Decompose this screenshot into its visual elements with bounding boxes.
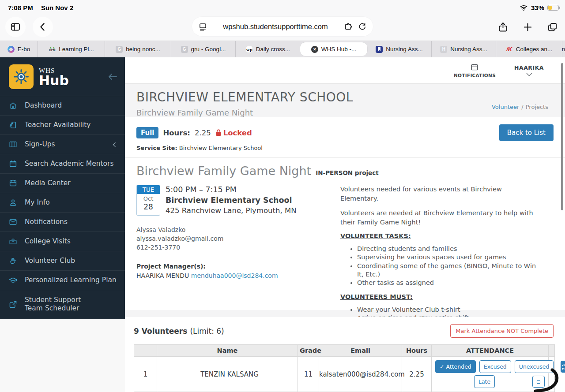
share-icon[interactable] [496,17,509,37]
col-attendance: ATTENDANCE [432,345,549,357]
sidebar-collapse-icon[interactable] [107,73,118,81]
project-title-row: Birchview Family Game Night IN-PERSON pr… [136,164,554,178]
notifications-button[interactable]: NOTIFICATIONS [454,63,496,78]
sidebar-item-notifications[interactable]: Notifications [0,213,125,232]
excused-button[interactable]: Excused [479,360,511,373]
col-index [134,345,157,357]
sidebar-item-label: Media Center [25,179,71,187]
person-icon [8,198,18,207]
sidebar-item-sign-ups[interactable]: Sign-Ups [0,135,125,154]
page-scrollbar[interactable] [561,63,563,210]
sidebar-item-search-academic-mentors[interactable]: Search Academic Mentors [0,154,125,174]
address-bar[interactable]: wpshub.studentsupporttime.com [192,17,373,36]
status-left: 7:08 PM Sun Nov 2 [8,4,79,11]
tab[interactable]: H Nursing Ass... [432,41,496,57]
sidebar-nav: Dashboard Teacher Availability Sign-Ups … [0,96,125,319]
sidebar-item-student-support-team-scheduler[interactable]: Student Support Team Scheduler [0,290,125,319]
envelope-icon [8,217,18,227]
tab[interactable]: Nursing Ass... [367,41,432,57]
whs-hub-logo-icon [9,64,34,89]
event-location: Birchview Elementary School [166,195,297,206]
chevron-left-icon [112,142,117,147]
sidebar-item-volunteer-club[interactable]: Volunteer Club [0,251,125,271]
event-time: 5:00 PM – 7:15 PM [166,185,297,195]
volunteers-header: 9 Volunteers (Limit: 6) Mark Attendance … [134,324,554,338]
attendance-row-1: ✓ Attended Excused Unexcused [432,360,548,373]
breadcrumb: Volunteer/Projects [492,104,548,110]
in-person-label: IN-PERSON [316,169,353,176]
calendar-month: Oct [137,195,160,202]
new-tab-icon[interactable] [521,17,534,37]
sidebar-item-label: College Visits [25,237,71,246]
project-card: Full Hours: 2.25 Locked Back to List Ser… [125,117,565,310]
user-menu[interactable]: HAARIKA [514,64,544,76]
attendance-extra-icon-button[interactable] [532,376,545,388]
attendance-cell: ✓ Attended Excused Unexcused [432,357,549,392]
attended-button[interactable]: ✓ Attended [435,360,476,373]
refresh-attendance-button[interactable] [561,361,565,373]
contact-name: Alyssa Valadzko [136,225,340,234]
col-email: Email [319,345,402,357]
extensions-icon[interactable] [343,22,353,31]
tab[interactable]: G gru - Googl... [171,41,236,57]
project-managers-label: Project Manager(s): [136,262,340,271]
project-type: IN-PERSON project [316,169,378,176]
back-to-list-button[interactable]: Back to List [499,124,554,141]
when-row: TUE Oct 28 5:00 PM – 7:15 PM Birchview E… [136,185,340,216]
app-content: WHS Hub Dashboard Teacher Availability [0,57,565,392]
page-subtitle: Birchview Family Game Night [136,108,554,117]
tabs-overview-icon[interactable] [546,17,559,37]
external-link-icon [8,300,18,309]
chevron-down-icon [526,73,532,76]
volunteers-limit: (Limit: 6) [190,327,224,336]
tab[interactable]: /K Colleges an... [496,41,562,57]
contact-block: Alyssa Valadzko alyssa.valadzko@gmail.co… [136,225,340,252]
volunteer-name: TENZIN KALSANG [157,357,298,392]
page-format-icon[interactable] [198,22,207,31]
sidebar-item-dashboard[interactable]: Dashboard [0,96,125,116]
sidebar-item-college-visits[interactable]: College Visits [0,232,125,251]
task-item: Supervising he various spaces used for g… [357,253,538,261]
battery-percent: 33% [531,4,544,11]
locked-label: Locked [223,129,252,137]
tab-label: Learning Pl... [59,46,94,52]
late-button[interactable]: Late [474,375,495,388]
toolbar-right [496,17,559,37]
tab[interactable]: InnerView [562,41,565,57]
breadcrumb-volunteer-link[interactable]: Volunteer [492,104,519,110]
sidebar-toggle-button[interactable] [5,17,26,37]
sidebar-item-my-info[interactable]: My Info [0,193,125,213]
status-date: Sun Nov 2 [41,4,73,11]
description-paragraph: Volunteers are needed at Birchview Eleme… [340,209,538,227]
back-button[interactable] [33,17,53,37]
hours-label: Hours: [163,129,190,137]
check-icon: ✓ [440,363,444,370]
calendar-date-card: TUE Oct 28 [136,185,160,216]
google-gray-icon: G [116,46,123,53]
divider [125,157,565,158]
sidebar-item-media-center[interactable]: Media Center [0,174,125,193]
blue-shield-icon [376,46,383,53]
reload-icon[interactable] [358,22,367,31]
url-text[interactable]: wpshub.studentsupporttime.com [212,22,339,31]
mark-attendance-button[interactable]: Mark Attendance NOT Complete [450,324,554,338]
tab[interactable]: G being nonc... [105,41,171,57]
full-badge: Full [136,127,158,138]
sidebar-item-personalized-learning-plan[interactable]: Personalized Learning Plan [0,271,125,290]
close-icon[interactable]: ✕ [311,46,318,53]
calendar-day: 28 [137,202,160,211]
tab-label: Daily cross... [256,46,290,52]
volunteers-card: 9 Volunteers (Limit: 6) Mark Attendance … [125,317,565,392]
tab[interactable]: wp Daily cross... [236,41,300,57]
col-extra [549,345,555,357]
cpm-icon: ▲▲CPM [49,46,56,53]
tab[interactable]: E-bo [0,41,38,57]
tab[interactable]: ▲▲CPM Learning Pl... [38,41,105,57]
ios-status-bar: 7:08 PM Sun Nov 2 33% [0,0,565,13]
tab-active[interactable]: ✕ WHS Hub -... [300,42,367,56]
unexcused-button[interactable]: Unexcused [515,360,554,373]
sidebar-item-label: Sign-Ups [25,140,55,149]
manager-email-link[interactable]: menduhaa000@isd284.com [191,272,278,279]
sidebar-item-teacher-availability[interactable]: Teacher Availability [0,116,125,135]
contact-phone: 612-251-3770 [136,243,340,252]
